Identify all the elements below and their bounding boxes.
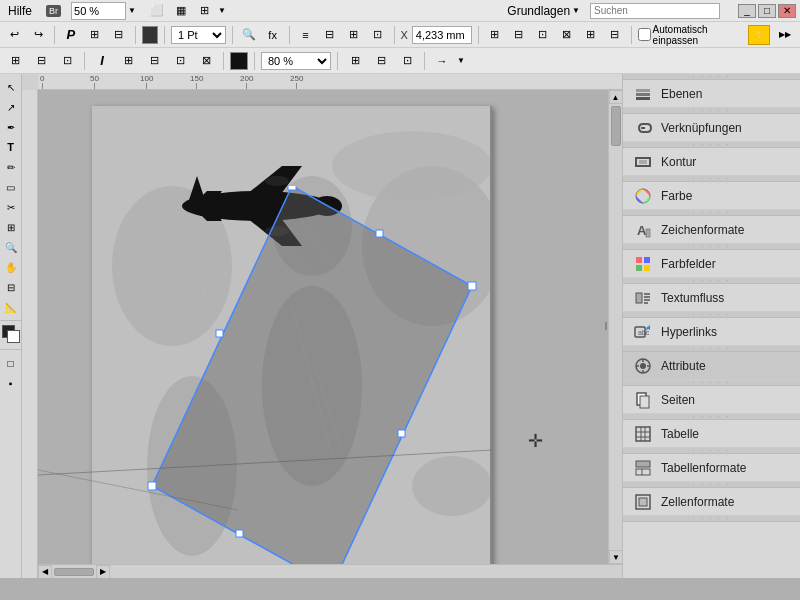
link-icon — [633, 118, 653, 138]
svg-text:abc: abc — [638, 329, 650, 336]
frame6-btn[interactable]: ⊟ — [605, 25, 625, 45]
t2-align2-btn[interactable]: ⊟ — [370, 51, 392, 71]
minimize-btn[interactable]: _ — [738, 4, 756, 18]
pencil-tool[interactable]: ✏ — [2, 158, 20, 176]
t2-sep1 — [84, 52, 85, 70]
view-spread-btn[interactable]: ▦ — [170, 1, 192, 21]
sep4 — [232, 26, 233, 44]
pen-tool[interactable]: ✒ — [2, 118, 20, 136]
fx-btn[interactable]: fx — [263, 25, 283, 45]
hand-tool[interactable]: ✋ — [2, 258, 20, 276]
toolbar2: ⊞ ⊟ ⊡ I ⊞ ⊟ ⊡ ⊠ 80 % ⊞ ⊟ ⊡ → ▼ — [0, 48, 800, 74]
right-panel: · · · · · Ebenen · · · · · Verknüpfungen… — [622, 74, 800, 578]
panel-item-hyperlinks[interactable]: abc Hyperlinks — [623, 318, 800, 346]
redo-btn[interactable]: ↪ — [28, 25, 48, 45]
measure-tool[interactable]: 📐 — [2, 298, 20, 316]
t2-align3-btn[interactable]: ⊡ — [396, 51, 418, 71]
search-input[interactable] — [590, 3, 720, 19]
t2-btn8[interactable]: ⊠ — [195, 51, 217, 71]
t2-italic-btn[interactable]: I — [91, 51, 113, 71]
scroll-down-btn[interactable]: ▼ — [609, 550, 622, 564]
zoom-tool[interactable]: 🔍 — [2, 238, 20, 256]
svg-rect-68 — [636, 427, 650, 441]
fill-color-swatch[interactable] — [230, 52, 248, 70]
shape-tool[interactable]: ▭ — [2, 178, 20, 196]
svg-point-7 — [412, 456, 492, 516]
div13: · · · · · — [623, 516, 800, 522]
frame5-btn[interactable]: ⊞ — [581, 25, 601, 45]
hscroll-thumb[interactable] — [54, 568, 94, 576]
svg-rect-50 — [644, 265, 650, 271]
workspace-dropdown-arrow: ▼ — [572, 6, 580, 15]
scroll-right-btn[interactable]: ▶ — [96, 565, 110, 579]
t2-btn1[interactable]: ⊞ — [4, 51, 26, 71]
t2-btn6[interactable]: ⊟ — [143, 51, 165, 71]
page — [92, 106, 492, 578]
tool1-btn[interactable]: P — [61, 25, 81, 45]
select-tool[interactable]: ↖ — [2, 78, 20, 96]
t2-align1-btn[interactable]: ⊞ — [344, 51, 366, 71]
canvas-area[interactable]: 0 50 100 150 200 — [22, 74, 622, 578]
airplane-silhouette — [172, 156, 342, 256]
fill-pct-select[interactable]: 80 % — [261, 52, 331, 70]
more-btn[interactable]: ▶▶ — [774, 25, 796, 45]
fill-stroke-indicator[interactable] — [2, 325, 20, 343]
panel-item-tabellenformate[interactable]: Tabellenformate — [623, 454, 800, 482]
panel-item-textumfluss[interactable]: Textumfluss — [623, 284, 800, 312]
t2-btn7[interactable]: ⊡ — [169, 51, 191, 71]
mode-normal[interactable]: □ — [2, 354, 20, 372]
zoom-select[interactable] — [71, 2, 126, 20]
t2-btn2[interactable]: ⊟ — [30, 51, 52, 71]
panel-item-ebenen[interactable]: Ebenen — [623, 80, 800, 108]
menu-hilfe[interactable]: Hilfe — [4, 2, 36, 20]
scroll-thumb[interactable] — [611, 106, 621, 146]
align3-btn[interactable]: ⊞ — [344, 25, 364, 45]
scroll-left-btn[interactable]: ◀ — [38, 565, 52, 579]
text-tool[interactable]: T — [2, 138, 20, 156]
panel-item-zellenformate[interactable]: Zellenformate — [623, 488, 800, 516]
align2-btn[interactable]: ⊟ — [320, 25, 340, 45]
panel-item-farbe[interactable]: Farbe — [623, 182, 800, 210]
mode-preview[interactable]: ▪ — [2, 374, 20, 392]
align1-btn[interactable]: ≡ — [296, 25, 316, 45]
frame3-btn[interactable]: ⊡ — [533, 25, 553, 45]
t2-btn3[interactable]: ⊡ — [56, 51, 78, 71]
panel-item-zeichenformate[interactable]: A Zeichenformate — [623, 216, 800, 244]
undo-btn[interactable]: ↩ — [4, 25, 24, 45]
panel-item-tabelle[interactable]: Tabelle — [623, 420, 800, 448]
ruler-mark-50: 50 — [90, 74, 99, 89]
tool3-btn[interactable]: ⊟ — [109, 25, 129, 45]
t2-arrow-btn[interactable]: → — [431, 51, 453, 71]
t2-btn5[interactable]: ⊞ — [117, 51, 139, 71]
scroll-up-btn[interactable]: ▲ — [609, 90, 623, 104]
eyedropper-tool[interactable]: ⊟ — [2, 278, 20, 296]
align4-btn[interactable]: ⊡ — [368, 25, 388, 45]
panel-item-attribute[interactable]: Attribute — [623, 352, 800, 380]
panel-item-farbfelder[interactable]: Farbfelder — [623, 250, 800, 278]
stroke-color-swatch[interactable] — [142, 26, 158, 44]
maximize-btn[interactable]: □ — [758, 4, 776, 18]
panel-item-kontur[interactable]: Kontur — [623, 148, 800, 176]
panel-item-verknuepfungen[interactable]: Verknüpfungen — [623, 114, 800, 142]
auto-fit-label[interactable]: Automatisch einpassen — [638, 24, 745, 46]
svg-point-6 — [332, 131, 492, 201]
tool2-btn[interactable]: ⊞ — [85, 25, 105, 45]
x-input[interactable] — [412, 26, 472, 44]
lightning-btn[interactable]: ⚡ — [748, 25, 770, 45]
frame2-btn[interactable]: ⊟ — [509, 25, 529, 45]
view-normal-btn[interactable]: ⬜ — [146, 1, 168, 21]
direct-select-tool[interactable]: ↗ — [2, 98, 20, 116]
svg-rect-51 — [636, 293, 642, 303]
auto-fit-checkbox[interactable] — [638, 28, 651, 41]
frame4-btn[interactable]: ⊠ — [557, 25, 577, 45]
scissors-tool[interactable]: ✂ — [2, 198, 20, 216]
frame1-btn[interactable]: ⊞ — [485, 25, 505, 45]
panel-item-seiten[interactable]: Seiten — [623, 386, 800, 414]
stroke-indicator — [7, 330, 20, 343]
view-preview-btn[interactable]: ⊞ — [194, 1, 216, 21]
pt-select[interactable]: 1 Pt — [171, 26, 226, 44]
svg-rect-67 — [640, 396, 649, 408]
zoom-in-btn[interactable]: 🔍 — [239, 25, 259, 45]
free-tool[interactable]: ⊞ — [2, 218, 20, 236]
close-btn[interactable]: ✕ — [778, 4, 796, 18]
